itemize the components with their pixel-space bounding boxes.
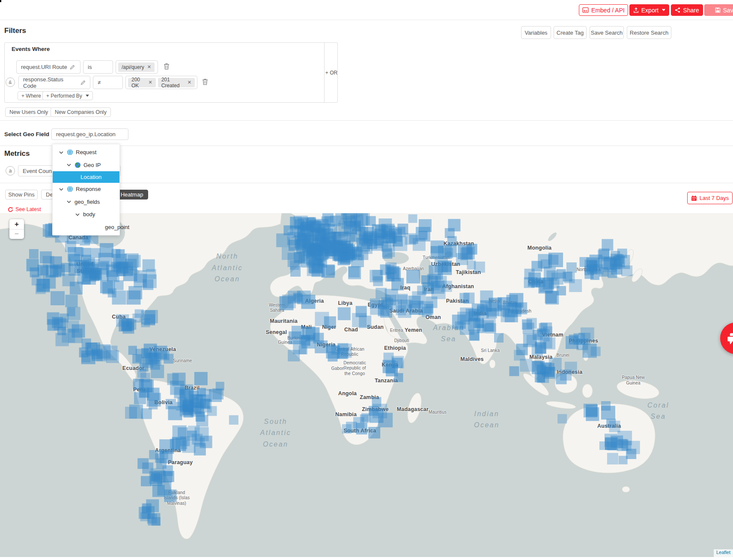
heatmap-cell [315,312,329,326]
heatmap-cell [367,239,377,249]
tree-item-request[interactable]: Request [53,146,119,159]
embed-api-button[interactable]: Embed / API [579,4,628,16]
filter-operator-label: ≠ [98,79,101,86]
tree-item-response[interactable]: Response [53,183,119,196]
add-where-button[interactable]: + Where [18,91,45,100]
filter-values[interactable]: /api/query✕ [116,60,158,74]
heatmap-cell [182,440,195,453]
tree-item-geo-fields[interactable]: geo_fields [53,196,119,209]
share-label: Share [683,7,699,14]
share-button[interactable]: Share [671,4,703,16]
heatmap-cell [381,298,390,307]
heatmap-cell [330,240,340,250]
tree-item-geo-ip[interactable]: Geo IP [53,159,119,172]
filter-field[interactable]: response.Status Code [18,76,90,89]
save-button[interactable]: Save [704,4,733,16]
heatmap-cell [178,427,188,438]
metrics-title: Metrics [4,149,30,158]
date-range-button[interactable]: Last 7 Days [687,192,733,204]
filter-operator-label: is [88,64,92,70]
heatmap-cell [96,344,110,358]
heatmap-cell [556,269,566,279]
heatmap-cell [144,343,157,357]
export-button[interactable]: Export [629,4,669,16]
chip-label: 201 Created [161,77,185,89]
metric-a-badge: a [6,166,15,176]
tree-item-label: geo_point [105,224,129,230]
heatmap-cell [376,288,387,298]
heatmap-cell [621,265,632,277]
calendar-icon [691,195,697,201]
tree-item-label: Response [76,186,101,192]
heatmap-cell [532,345,543,356]
tree-item-location[interactable]: Location [53,171,119,183]
heatmap-cell [611,251,620,260]
chip-remove-icon[interactable]: ✕ [147,64,151,70]
tree-item-label: body [83,211,95,217]
heatmap-cell [307,220,319,233]
heatmap-cell [112,291,126,305]
heatmap-cell [398,294,408,304]
heatmap-cell [361,413,370,421]
heatmap-button[interactable]: Heatmap [116,190,148,200]
save-search-button[interactable]: Save Search [590,26,624,39]
filter-value-chip[interactable]: 201 Created✕ [158,78,195,87]
filter-operator[interactable]: ≠ [93,76,123,89]
zoom-in-button[interactable]: + [9,219,24,229]
chip-remove-icon[interactable]: ✕ [188,80,191,85]
heatmap-cell [464,293,474,304]
leaflet-attribution[interactable]: Leaflet [714,549,733,557]
filter-field[interactable]: request.URI Route [16,60,80,74]
heatmap-cell [543,338,555,350]
heatmap-cell [419,231,428,240]
tree-item-geo-point[interactable]: geo_point [53,221,119,234]
heatmap-cell [474,262,485,273]
heatmap-cell [510,366,519,376]
zoom-out-button[interactable]: − [9,229,24,239]
create-tag-button[interactable]: Create Tag [554,26,587,39]
new-companies-only-button[interactable]: New Companies Only [51,107,111,117]
add-performed-by-button[interactable]: + Performed By [42,91,93,100]
world-map[interactable]: North Atlantic OceanSouth Atlantic Ocean… [0,213,733,557]
see-latest-link[interactable]: See Latest [8,206,41,212]
trash-icon[interactable] [202,78,209,87]
heatmap-cell [68,247,82,262]
variables-button[interactable]: Variables [521,26,551,39]
heatmap-cell [441,262,452,272]
filter-operator[interactable]: is [83,60,113,74]
new-users-only-button[interactable]: New Users Only [5,107,52,117]
geo-field-input[interactable]: request.geo_ip.Location [51,128,128,140]
heatmap-cell [373,276,383,286]
show-pins-button[interactable]: Show Pins [5,190,38,200]
filter-values[interactable]: 200 OK✕201 Created✕ [125,76,197,89]
restore-search-button[interactable]: Restore Search [627,26,671,39]
filter-value-chip[interactable]: /api/query✕ [118,63,155,72]
pencil-icon [80,80,86,85]
tree-item-label: Location [80,174,101,180]
heatmap-cell [199,389,212,402]
heatmap-cell [409,301,424,315]
heatmap-cell [608,441,616,450]
heatmap-layer [0,213,733,557]
heatmap-cell [164,489,176,502]
and-conjunction-badge: & [6,77,15,87]
heatmap-cell [322,265,335,278]
add-or-button[interactable]: + OR [324,43,338,102]
tree-item-body[interactable]: body [53,208,119,221]
heatmap-cell [81,353,90,362]
heatmap-cell [151,365,164,378]
refresh-icon [8,207,13,212]
map-zoom-control: + − [9,219,24,239]
heatmap-cell [606,419,616,428]
heatmap-cell [370,298,380,309]
filter-value-chip[interactable]: 200 OK✕ [128,78,156,87]
heatmap-cell [447,236,457,246]
filter-field-label: request.URI Route [21,64,67,70]
heatmap-cell [467,244,477,254]
heatmap-cell [148,513,160,525]
events-where-label: Events Where [12,46,50,52]
trash-icon[interactable] [163,63,170,72]
see-latest-label: See Latest [15,206,41,212]
heatmap-cell [355,306,367,317]
chip-remove-icon[interactable]: ✕ [148,80,152,85]
